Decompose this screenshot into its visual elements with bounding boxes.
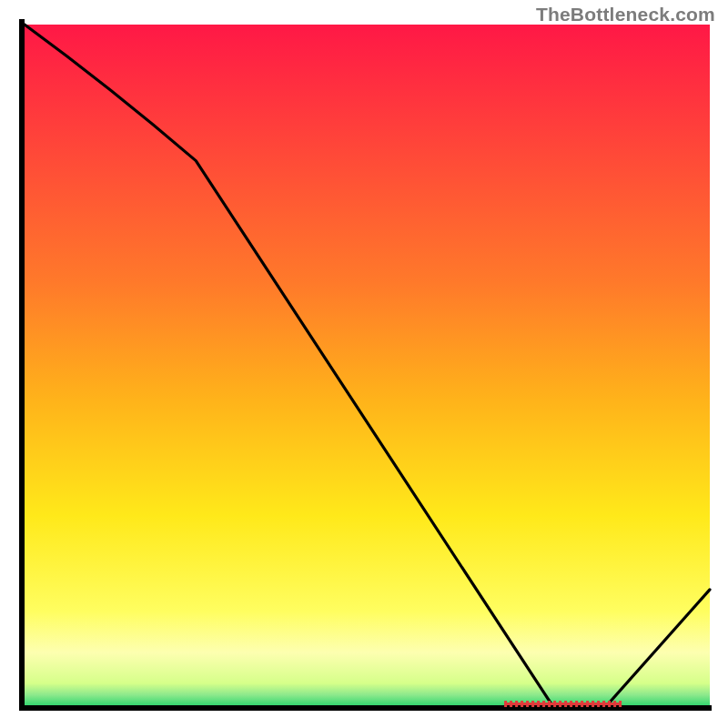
svg-rect-16 xyxy=(575,701,578,707)
chart-svg xyxy=(0,0,728,728)
plot-area xyxy=(25,25,710,707)
svg-rect-24 xyxy=(619,701,622,707)
attribution-label: TheBottleneck.com xyxy=(536,4,715,25)
svg-rect-18 xyxy=(586,701,589,707)
svg-rect-8 xyxy=(531,701,534,707)
svg-rect-12 xyxy=(553,701,556,707)
svg-rect-4 xyxy=(510,701,512,707)
svg-rect-7 xyxy=(526,701,529,707)
svg-rect-17 xyxy=(581,701,583,707)
svg-rect-9 xyxy=(537,701,540,707)
svg-rect-21 xyxy=(602,701,605,707)
svg-rect-0 xyxy=(19,19,25,711)
svg-rect-3 xyxy=(504,701,507,707)
svg-rect-22 xyxy=(608,701,611,707)
chart-container: TheBottleneck.com xyxy=(0,0,728,728)
svg-rect-19 xyxy=(592,701,594,707)
svg-rect-6 xyxy=(521,701,523,707)
svg-rect-11 xyxy=(548,701,551,707)
svg-rect-15 xyxy=(570,701,572,707)
svg-rect-14 xyxy=(564,701,567,707)
svg-rect-20 xyxy=(597,701,600,707)
svg-rect-5 xyxy=(515,701,518,707)
svg-rect-13 xyxy=(559,701,561,707)
svg-rect-10 xyxy=(542,701,545,707)
svg-rect-23 xyxy=(613,701,616,707)
